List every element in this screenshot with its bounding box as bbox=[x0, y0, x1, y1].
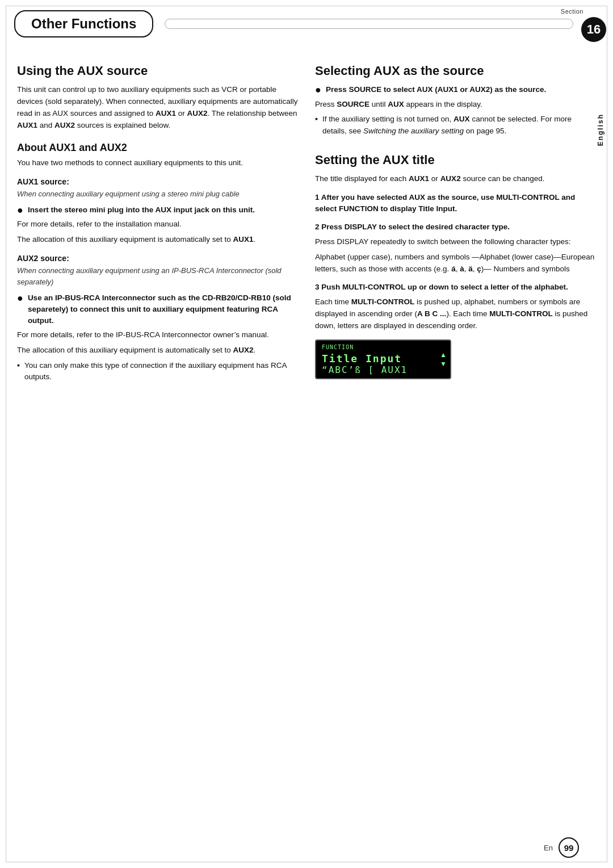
square-bullet-icon: ▪ bbox=[17, 360, 20, 383]
bullet-dot-icon-2: ● bbox=[17, 293, 23, 326]
page-title: Other Functions bbox=[14, 10, 153, 37]
page-footer: En 99 bbox=[544, 837, 579, 858]
selecting-aux-bullet: ● Press SOURCE to select AUX (AUX1 or AU… bbox=[315, 84, 596, 95]
step-3-p1: Each time MULTI-CONTROL is pushed up, al… bbox=[315, 296, 596, 332]
display-title-text: Title Input bbox=[322, 353, 402, 364]
aux2-source-heading: AUX2 source: bbox=[17, 254, 298, 263]
aux2-p2: The allocation of this auxiliary equipme… bbox=[17, 345, 298, 357]
step-2-p1: Press DISPLAY repeatedly to switch betwe… bbox=[315, 236, 596, 248]
aux1-source-heading: AUX1 source: bbox=[17, 177, 298, 186]
using-aux-heading: Using the AUX source bbox=[17, 64, 298, 78]
aux2-p1: For more details, refer to the IP-BUS-RC… bbox=[17, 329, 298, 341]
display-arrows: ▲ ▼ bbox=[440, 351, 447, 367]
arrow-down-icon: ▼ bbox=[440, 360, 447, 367]
setting-title-heading: Setting the AUX title bbox=[315, 153, 596, 167]
aux1-bullet: ● Insert the stereo mini plug into the A… bbox=[17, 204, 298, 216]
step-3-heading: 3 Push MULTI-CONTROL up or down to selec… bbox=[315, 282, 596, 293]
step-1: 1 After you have selected AUX as the sou… bbox=[315, 192, 596, 215]
left-column: Using the AUX source This unit can contr… bbox=[17, 53, 298, 386]
aux1-bullet-text: Insert the stereo mini plug into the AUX… bbox=[28, 204, 255, 216]
display-top-text: Function bbox=[322, 344, 354, 350]
aux2-bullet: ● Use an IP-BUS-RCA Interconnector such … bbox=[17, 292, 298, 326]
aux2-sq-text: You can only make this type of connectio… bbox=[24, 360, 298, 383]
aux1-p1: For more details, refer to the installat… bbox=[17, 219, 298, 230]
selecting-aux-heading: Selecting AUX as the source bbox=[315, 64, 596, 78]
selecting-aux-bullet-text: Press SOURCE to select AUX (AUX1 or AUX2… bbox=[326, 84, 546, 95]
page-header: Other Functions bbox=[0, 0, 613, 48]
setting-title-intro: The title displayed for each AUX1 or AUX… bbox=[315, 173, 596, 185]
right-column: Selecting AUX as the source ● Press SOUR… bbox=[315, 53, 596, 386]
selecting-aux-p1: Press SOURCE until AUX appears in the di… bbox=[315, 99, 596, 111]
footer-page-number: 99 bbox=[559, 837, 579, 858]
step-2-heading: 2 Press DISPLAY to select the desired ch… bbox=[315, 221, 596, 233]
section-badge: 16 bbox=[581, 17, 606, 42]
aux1-p2: The allocation of this auxiliary equipme… bbox=[17, 234, 298, 246]
footer-en-label: En bbox=[544, 844, 553, 852]
aux1-italic: When connecting auxiliary equipment usin… bbox=[17, 188, 298, 200]
step-3: 3 Push MULTI-CONTROL up or down to selec… bbox=[315, 282, 596, 332]
page-subtitle bbox=[165, 19, 573, 29]
square-bullet-icon-2: ▪ bbox=[315, 114, 318, 137]
about-aux-heading: About AUX1 and AUX2 bbox=[17, 142, 298, 154]
arrow-up-icon: ▲ bbox=[440, 351, 447, 358]
aux2-italic: When connecting auxiliary equipment usin… bbox=[17, 265, 298, 288]
display-screen: Function Title Input “ABC’ß [ AUX1 ▲ ▼ bbox=[315, 339, 451, 379]
selecting-aux-sq: ▪ If the auxiliary setting is not turned… bbox=[315, 114, 596, 137]
step-2: 2 Press DISPLAY to select the desired ch… bbox=[315, 221, 596, 275]
aux2-bullet-text: Use an IP-BUS-RCA Interconnector such as… bbox=[28, 292, 298, 326]
section-label: Section bbox=[561, 8, 583, 15]
bullet-dot-icon: ● bbox=[17, 205, 23, 216]
bullet-dot-icon-3: ● bbox=[315, 85, 321, 95]
english-label: English bbox=[597, 114, 604, 146]
main-content: Using the AUX source This unit can contr… bbox=[0, 48, 613, 397]
step-2-p2: Alphabet (upper case), numbers and symbo… bbox=[315, 251, 596, 275]
about-aux-intro: You have two methods to connect auxiliar… bbox=[17, 157, 298, 169]
step-1-heading: 1 After you have selected AUX as the sou… bbox=[315, 192, 596, 215]
using-aux-intro: This unit can control up to two auxiliar… bbox=[17, 84, 298, 132]
aux2-sq-bullet: ▪ You can only make this type of connect… bbox=[17, 360, 298, 383]
display-bottom-text: “ABC’ß [ AUX1 bbox=[322, 364, 408, 375]
selecting-aux-sq-text: If the auxiliary setting is not turned o… bbox=[322, 114, 596, 137]
